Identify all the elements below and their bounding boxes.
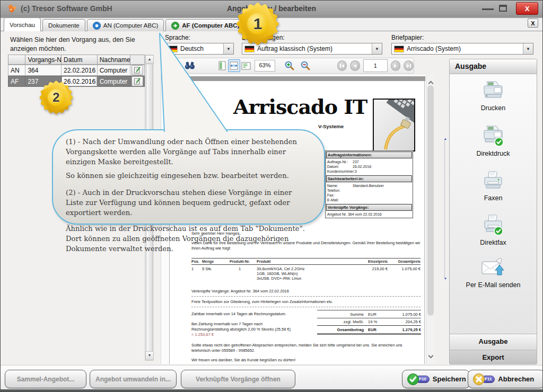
fit-width-view-icon[interactable] bbox=[228, 59, 240, 72]
payment-term-1: Zahlbar innerhalb von 14 Tagen ab Rechnu… bbox=[191, 311, 286, 317]
faxen-button[interactable]: Faxen bbox=[450, 171, 537, 202]
fax-check-icon bbox=[481, 214, 505, 236]
speichern-button[interactable]: F10 Speichern bbox=[402, 370, 470, 388]
maximize-icon[interactable] bbox=[499, 5, 507, 12]
info-section-title: Sachbearbeiter/-in: bbox=[326, 175, 412, 182]
tab-dokumente[interactable]: Dokumente bbox=[42, 19, 85, 31]
callout-badge-1: 1 bbox=[242, 8, 273, 39]
callout-bubble: (1) - Nach der Umwandlung oder nach Öffn… bbox=[52, 129, 325, 225]
edit-row-icon[interactable] bbox=[132, 65, 143, 75]
green-arrow-icon bbox=[171, 22, 179, 30]
tab-vorschau[interactable]: Vorschau bbox=[4, 17, 41, 31]
chevron-down-icon[interactable]: ▼ bbox=[223, 43, 233, 54]
preview-scrollbar[interactable] bbox=[426, 75, 434, 364]
tab-af[interactable]: AF (Computer ABC) bbox=[165, 19, 245, 31]
chevron-down-icon[interactable]: ▼ bbox=[372, 43, 382, 54]
header-nachname[interactable]: Nachname bbox=[97, 55, 130, 65]
close-window-icon[interactable]: X bbox=[516, 2, 538, 15]
totals-table: SummeEUR1.075,00 € zzgl. MwSt.19 %204,25… bbox=[317, 310, 421, 335]
briefpapier-select[interactable]: Arriscado (System) ▼ bbox=[391, 43, 533, 55]
scroll-down-icon[interactable] bbox=[429, 350, 433, 360]
app-icon bbox=[7, 3, 17, 14]
drucken-button[interactable]: Drucken bbox=[450, 81, 537, 112]
right-splitter[interactable]: ▲ ▼ bbox=[444, 139, 448, 278]
edit-row-icon[interactable] bbox=[132, 76, 143, 86]
sprache-label: Sprache: bbox=[165, 34, 190, 41]
sprache-select[interactable]: Deutsch ▼ bbox=[165, 43, 234, 55]
preview-top-margin bbox=[162, 76, 425, 81]
scrollbar-thumb[interactable] bbox=[427, 85, 434, 316]
footer-bar: Sammel-Angebot... Angebot umwandeln in..… bbox=[1, 365, 542, 389]
callout-badge-2: 2 bbox=[44, 85, 68, 110]
first-page-icon[interactable] bbox=[337, 60, 347, 71]
payment-term-2: Bei Zahlung innerhalb von 7 Tagen nach R… bbox=[191, 322, 319, 337]
zoom-level-value[interactable]: 63% bbox=[255, 60, 275, 72]
search-icon[interactable] bbox=[183, 59, 196, 72]
briefpapier-label: Briefpapier: bbox=[391, 34, 424, 41]
previous-page-icon[interactable] bbox=[350, 60, 360, 71]
vorgang-table: Vorgangs-Nr. Datum Nachname AN 364 22.02… bbox=[8, 55, 145, 87]
section-export[interactable]: Export bbox=[450, 350, 537, 364]
scroll-down-icon[interactable]: ▼ bbox=[145, 351, 154, 360]
angebot-umwandeln-button[interactable]: Angebot umwandeln in... bbox=[90, 370, 177, 388]
letterhead-brand: Arriscado IT bbox=[233, 95, 371, 119]
whole-page-view-icon[interactable] bbox=[216, 59, 228, 72]
email-icon bbox=[481, 257, 505, 279]
fax-icon bbox=[481, 171, 505, 192]
window-bottom-edge bbox=[1, 389, 542, 392]
direktfax-button[interactable]: Direktfax bbox=[450, 214, 537, 246]
items-table: Pos. Menge Produkt-Nr. Produkt Einzelpre… bbox=[191, 258, 421, 281]
minimize-icon[interactable] bbox=[482, 5, 494, 10]
zoom-out-icon[interactable] bbox=[300, 59, 311, 72]
close-panel-icon[interactable]: X bbox=[528, 19, 538, 28]
table-header-row: Vorgangs-Nr. Datum Nachname bbox=[8, 55, 145, 65]
printer-icon bbox=[481, 81, 505, 102]
header-vorgangs-nr[interactable]: Vorgangs-Nr. bbox=[25, 55, 61, 65]
german-flag-icon bbox=[394, 46, 404, 52]
page-number-input[interactable] bbox=[363, 59, 388, 72]
output-panel: Ausgabe Drucken Direktdruck bbox=[449, 59, 537, 364]
linked-vorgaenge-line: Verknüpfte Vorgänge: Angebot Nr. 364 vom… bbox=[191, 289, 289, 294]
green-check-icon bbox=[407, 373, 419, 386]
page-layout-view-icon[interactable] bbox=[240, 59, 252, 72]
email-senden-button[interactable]: Per E-Mail senden bbox=[450, 257, 537, 289]
yellow-x-icon bbox=[472, 373, 485, 386]
preview-toolbar: 63% bbox=[165, 58, 414, 74]
info-section-title: Auftragsinformationen: bbox=[326, 152, 412, 158]
table-row[interactable]: AN 364 22.02.2016 Computer bbox=[8, 65, 145, 76]
direktdruck-button[interactable]: Direktdruck bbox=[450, 125, 537, 157]
info-section-title: Verknüpfte Vorgänge: bbox=[326, 204, 412, 211]
german-flag-icon bbox=[168, 46, 178, 52]
header-datum[interactable]: Datum bbox=[61, 55, 97, 65]
chevron-down-icon[interactable]: ▼ bbox=[523, 43, 533, 54]
scroll-up-icon[interactable]: ▲ bbox=[145, 55, 154, 64]
zoom-in-icon[interactable] bbox=[284, 59, 295, 72]
order-info-box: Auftragsinformationen: Auftrags-Nr.:237 … bbox=[325, 150, 413, 218]
druckvorlagen-select[interactable]: Auftrag klassisch (System) ▼ bbox=[242, 43, 382, 55]
closing-note-1: Sollte etwas nicht den getroffenen Abspr… bbox=[191, 343, 421, 353]
tab-an[interactable]: AN (Computer ABC) bbox=[87, 19, 164, 31]
output-panel-header: Ausgabe bbox=[450, 59, 537, 74]
window-title: (c) Tresor Software GmbH bbox=[21, 1, 112, 16]
last-page-icon[interactable] bbox=[404, 60, 414, 71]
table-row-selected[interactable]: AF 237 26.02.2016 Computer bbox=[8, 76, 145, 87]
closing-note-2: Wir freuen uns darüber, Sie als Kunde be… bbox=[191, 358, 421, 363]
sammel-angebot-button[interactable]: Sammel-Angebot... bbox=[5, 370, 86, 388]
tab-row: Vorschau Dokumente AN (Computer ABC) AF … bbox=[4, 18, 275, 31]
free-text-line: Freie Textposition zur Gliederung, zum H… bbox=[191, 299, 333, 305]
next-page-icon[interactable] bbox=[391, 60, 401, 71]
german-flag-icon bbox=[244, 46, 255, 52]
letterhead-subtitle: V-Systeme bbox=[318, 123, 344, 129]
blue-circle-icon bbox=[93, 22, 101, 30]
letterhead-keyboard-image bbox=[373, 99, 415, 152]
printer-check-icon bbox=[481, 125, 505, 147]
section-ausgabe[interactable]: Ausgabe bbox=[450, 334, 537, 349]
verknuepfte-vorgaenge-button[interactable]: Verknüpfte Vorgänge öffnen bbox=[181, 370, 295, 388]
instruction-text: Wählen Sie hier den Vorgang aus, den Sie… bbox=[10, 35, 152, 54]
abbrechen-button[interactable]: F11 Abbrechen bbox=[468, 370, 543, 388]
dialog-window: (c) Tresor Software GmbH Angebot neu / b… bbox=[0, 0, 543, 392]
